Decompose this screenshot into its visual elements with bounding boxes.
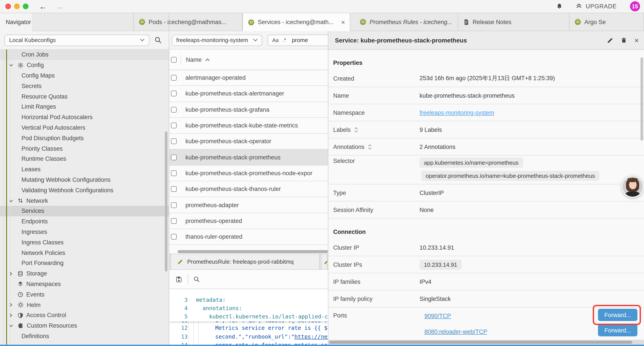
chevron-right-icon[interactable]: [9, 271, 13, 276]
row-checkbox[interactable]: [171, 123, 177, 128]
row-checkbox[interactable]: [171, 218, 177, 224]
sidebar-item-config[interactable]: Config: [0, 60, 169, 70]
sidebar-item-ingresses[interactable]: Ingresses: [0, 227, 169, 237]
sidebar-item-helm[interactable]: Helm: [0, 300, 169, 310]
regex-toggle[interactable]: .*: [282, 37, 286, 43]
save-floppy-icon[interactable]: [175, 276, 182, 283]
sidebar-item-custom-resources[interactable]: Custom Resources: [0, 320, 169, 331]
chevron-down-icon[interactable]: [9, 324, 13, 328]
forward-button-8080:reloader-web/TCP[interactable]: Forward...: [598, 324, 638, 336]
sidebar-item-horizontal-pod-autoscalers[interactable]: Horizontal Pod Autoscalers: [0, 112, 169, 123]
table-header-row: Name: [169, 49, 328, 70]
table-row-alertmanager-operated[interactable]: alertmanager-operated: [169, 70, 328, 86]
sort-ascending-icon[interactable]: [205, 58, 210, 61]
upgrade-button[interactable]: UPGRADE: [575, 3, 617, 10]
sidebar-search-icon[interactable]: [154, 36, 162, 44]
chevron-down-icon[interactable]: [9, 199, 13, 203]
row-checkbox[interactable]: [171, 202, 177, 208]
notification-count-badge[interactable]: 15: [630, 1, 640, 11]
sidebar-item-events[interactable]: Events: [0, 289, 169, 300]
sidebar-item-secrets[interactable]: Secrets: [0, 81, 169, 91]
detail-horizontal-scrollbar[interactable]: [328, 340, 644, 345]
sidebar-item-config-maps[interactable]: Config Maps: [0, 70, 169, 81]
row-checkbox[interactable]: [171, 91, 177, 97]
row-checkbox[interactable]: [171, 154, 177, 160]
editor-tab-prometheusrule[interactable]: PrometheusRule: freeleaps-prod-rabbitmq: [170, 254, 320, 269]
yaml-editor[interactable]: 110","for":"1m","labels":{"service":"f12…: [169, 289, 328, 346]
sidebar-item-definitions[interactable]: Definitions: [0, 331, 169, 342]
list-horizontal-scrollbar[interactable]: [169, 250, 328, 254]
sidebar-item-pod-disruption-budgets[interactable]: Pod Disruption Budgets: [0, 133, 169, 143]
sidebar-item-network-policies[interactable]: Network Policies: [0, 248, 169, 258]
sidebar-item-runtime-classes[interactable]: Runtime Classes: [0, 154, 169, 164]
table-row-prometheus-adapter[interactable]: prometheus-adapter: [169, 197, 328, 213]
tab-pods-icecheng-mathmas[interactable]: Pods - icecheng@mathmas...: [133, 13, 242, 31]
sidebar-item-mutating-webhook-configurations[interactable]: Mutating Webhook Configurations: [0, 175, 169, 185]
editor-tab-stub[interactable]: [321, 254, 328, 269]
tab-prometheus-rules-icecheng[interactable]: Prometheus Rules - icecheng...: [355, 13, 458, 31]
detail-vertical-scrollbar[interactable]: [640, 57, 643, 141]
tab-release-notes[interactable]: Release Notes: [458, 13, 570, 31]
sidebar-item-validating-webhook-configurations[interactable]: Validating Webhook Configurations: [0, 185, 169, 196]
sidebar-item-access-control[interactable]: Access Control: [0, 310, 169, 321]
service-name: kube-prometheus-stack-prometheus: [186, 154, 280, 161]
close-icon[interactable]: ×: [634, 36, 639, 44]
sidebar-item-priority-classes[interactable]: Priority Classes: [0, 143, 169, 154]
row-checkbox[interactable]: [171, 234, 177, 240]
chevron-right-icon[interactable]: [9, 313, 13, 318]
sidebar-item-endpoints[interactable]: Endpoints: [0, 216, 169, 227]
sidebar-item-namespaces[interactable]: Namespaces: [0, 279, 169, 289]
table-row-kube-prometheus-stack-prometheus-node-expor[interactable]: kube-prometheus-stack-prometheus-node-ex…: [169, 166, 328, 182]
table-row-thanos-ruler-operated[interactable]: thanos-ruler-operated: [169, 229, 328, 245]
close-tab-icon[interactable]: ×: [341, 18, 345, 26]
name-filter-input[interactable]: Aa .* prome: [268, 34, 328, 46]
name-column-header[interactable]: Name: [186, 56, 202, 63]
expand-collapse-icon[interactable]: [354, 127, 358, 132]
port-link-8080:reloader-web/TCP[interactable]: 8080:reloader-web/TCP: [424, 329, 487, 335]
table-row-kube-prometheus-stack-kube-state-metrics[interactable]: kube-prometheus-stack-kube-state-metrics: [169, 118, 328, 134]
sidebar-item-limit-ranges[interactable]: Limit Ranges: [0, 102, 169, 112]
sidebar-item-port-forwarding[interactable]: Port Forwarding: [0, 258, 169, 269]
sidebar-item-leases[interactable]: Leases: [0, 164, 169, 175]
delete-trash-icon[interactable]: [621, 37, 627, 44]
table-row-kube-prometheus-stack-prometheus[interactable]: kube-prometheus-stack-prometheus: [169, 150, 328, 166]
table-row-kube-prometheus-stack-operator[interactable]: kube-prometheus-stack-operator: [169, 134, 328, 150]
row-checkbox[interactable]: [171, 186, 177, 192]
sidebar-item-cron-jobs[interactable]: Cron Jobs: [0, 49, 169, 60]
namespace-select[interactable]: freeleaps-monitoring-system: [172, 34, 262, 46]
row-checkbox[interactable]: [171, 107, 177, 112]
chevron-down-icon[interactable]: [9, 63, 13, 67]
table-row-kube-prometheus-stack-thanos-ruler[interactable]: kube-prometheus-stack-thanos-ruler: [169, 181, 328, 197]
notifications-bell-icon[interactable]: [556, 3, 563, 10]
table-row-prometheus-operated[interactable]: prometheus-operated: [169, 213, 328, 229]
table-row-kube-prometheus-stack-grafana[interactable]: kube-prometheus-stack-grafana: [169, 102, 328, 118]
close-window-button[interactable]: [5, 3, 11, 9]
sidebar-item-network[interactable]: Network: [0, 195, 169, 206]
kubeconfig-select[interactable]: Local Kubeconfigs: [4, 34, 150, 46]
row-checkbox[interactable]: [171, 75, 177, 81]
match-case-toggle[interactable]: Aa: [272, 37, 278, 43]
edit-pencil-icon[interactable]: [607, 37, 613, 43]
row-checkbox[interactable]: [171, 170, 177, 176]
tab-argo-se[interactable]: Argo Se: [570, 13, 644, 31]
sidebar-item-storage[interactable]: Storage: [0, 268, 169, 279]
sidebar-scrollbar-thumb[interactable]: [165, 131, 168, 272]
table-row-kube-prometheus-stack-alertmanager[interactable]: kube-prometheus-stack-alertmanager: [169, 86, 328, 102]
back-arrow-icon[interactable]: ←: [39, 2, 47, 10]
chevron-right-icon[interactable]: [9, 303, 13, 307]
sidebar-item-resource-quotas[interactable]: Resource Quotas: [0, 91, 169, 102]
maximize-window-button[interactable]: [23, 3, 28, 9]
assistant-avatar[interactable]: [621, 175, 644, 198]
row-checkbox[interactable]: [171, 139, 177, 144]
navigator-panel-tab[interactable]: Navigator: [0, 13, 32, 31]
sidebar-item-services[interactable]: Services: [0, 206, 169, 216]
port-link-9090/TCP[interactable]: 9090/TCP: [424, 313, 451, 319]
tab-services-icecheng-math[interactable]: Services - icecheng@math...×: [242, 13, 350, 31]
minimize-window-button[interactable]: [14, 3, 20, 9]
namespace-link[interactable]: freeleaps-monitoring-system: [420, 109, 494, 116]
sidebar-item-ingress-classes[interactable]: Ingress Classes: [0, 237, 169, 248]
expand-collapse-icon[interactable]: [368, 144, 372, 150]
sidebar-item-vertical-pod-autoscalers[interactable]: Vertical Pod Autoscalers: [0, 122, 169, 133]
select-all-checkbox[interactable]: [171, 57, 177, 62]
editor-search-icon[interactable]: [193, 276, 200, 283]
